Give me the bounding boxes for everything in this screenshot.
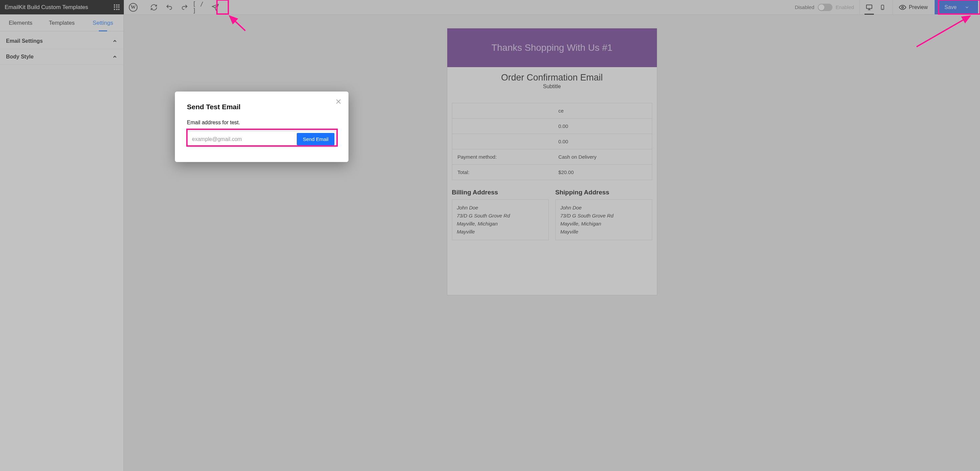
- billing-heading: Billing Address: [452, 189, 549, 196]
- send-icon[interactable]: [208, 0, 223, 15]
- brand-title: EmailKit Build Custom Templates: [5, 4, 88, 11]
- modal-title: Send Test Email: [187, 103, 336, 111]
- mobile-device-icon[interactable]: [876, 0, 889, 15]
- table-row: Payment method:Cash on Delivery: [452, 149, 652, 165]
- close-icon[interactable]: [334, 97, 342, 105]
- undo-icon[interactable]: [162, 0, 177, 15]
- chevron-down-icon: [965, 5, 969, 10]
- wordpress-icon[interactable]: W: [126, 0, 140, 15]
- refresh-icon[interactable]: [146, 0, 161, 15]
- tab-elements[interactable]: Elements: [0, 15, 41, 31]
- table-row: Total:$20.00: [452, 165, 652, 180]
- email-preview: Thanks Shopping With Us #1 Order Confirm…: [447, 28, 657, 295]
- enable-toggle[interactable]: [818, 4, 832, 11]
- save-button[interactable]: Save: [935, 0, 978, 14]
- accordion-label: Email Settings: [6, 38, 43, 44]
- chevron-up-icon: [112, 38, 118, 44]
- svg-point-3: [902, 6, 904, 8]
- table-row: 0.00: [452, 118, 652, 134]
- table-row: 0.00: [452, 134, 652, 149]
- test-email-input[interactable]: [192, 136, 297, 142]
- enabled-label: Enabled: [836, 4, 854, 10]
- preview-button[interactable]: Preview: [892, 0, 934, 14]
- billing-address: John Doe 73/D G South Grove Rd Mayville,…: [452, 200, 549, 240]
- apps-icon[interactable]: [110, 4, 124, 10]
- shortcode-icon[interactable]: [ / ]: [192, 0, 207, 15]
- redo-icon[interactable]: [177, 0, 192, 15]
- send-test-email-modal: Send Test Email Email address for test. …: [175, 91, 348, 162]
- chevron-up-icon: [112, 54, 118, 59]
- order-table: ce 0.00 0.00 Payment method:Cash on Deli…: [452, 103, 652, 180]
- accordion-body-style[interactable]: Body Style: [0, 49, 124, 65]
- table-row: ce: [452, 103, 652, 118]
- eye-icon: [899, 4, 906, 11]
- preview-label: Preview: [909, 4, 928, 10]
- tab-templates[interactable]: Templates: [41, 15, 82, 31]
- email-title: Order Confirmation Email: [452, 72, 652, 83]
- accordion-label: Body Style: [6, 54, 34, 60]
- desktop-device-icon[interactable]: [862, 0, 876, 15]
- shipping-heading: Shipping Address: [555, 189, 652, 196]
- save-label: Save: [945, 4, 957, 10]
- send-email-button[interactable]: Send Email: [297, 133, 334, 145]
- svg-point-2: [882, 9, 883, 9]
- tab-settings[interactable]: Settings: [83, 15, 124, 31]
- modal-label: Email address for test.: [187, 120, 336, 126]
- email-subtitle: Subtitle: [452, 83, 652, 89]
- accordion-email-settings[interactable]: Email Settings: [0, 34, 124, 49]
- shipping-address: John Doe 73/D G South Grove Rd Mayville,…: [555, 200, 652, 240]
- disabled-label: Disabled: [795, 4, 814, 10]
- email-banner: Thanks Shopping With Us #1: [447, 29, 657, 67]
- svg-rect-0: [866, 5, 872, 8]
